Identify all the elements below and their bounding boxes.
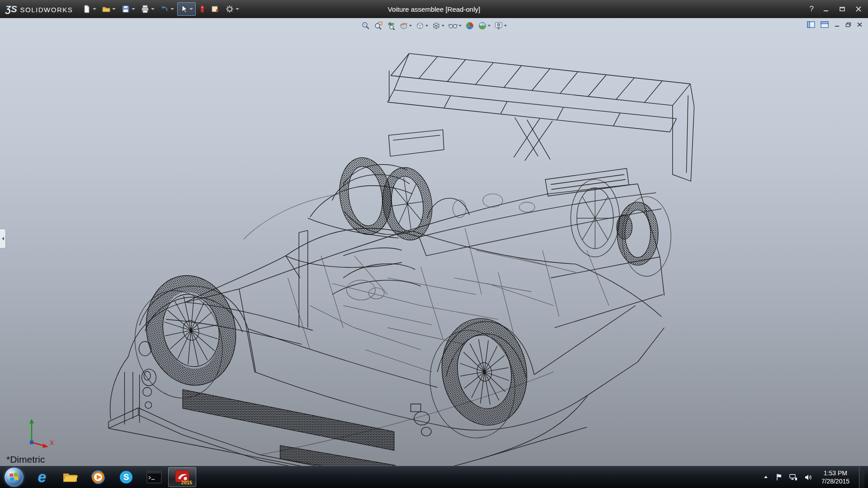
apply-scene-button[interactable] xyxy=(477,20,491,31)
taskbar-item-media-player[interactable] xyxy=(84,466,112,488)
view-settings-button[interactable] xyxy=(493,20,508,31)
internet-explorer-icon: e xyxy=(38,469,46,486)
solidworks-version-badge: 2015 xyxy=(181,480,192,485)
chevron-down-icon xyxy=(459,25,462,27)
windows-taskbar: e S xyxy=(0,466,868,488)
section-view-icon xyxy=(399,21,408,30)
windows-explorer-icon xyxy=(62,470,78,484)
new-document-icon xyxy=(82,5,91,14)
select-cursor-button[interactable] xyxy=(177,2,196,16)
zoom-to-area-icon xyxy=(374,21,383,30)
rebuild-icon xyxy=(199,5,205,14)
chevron-down-icon xyxy=(170,8,174,10)
skype-s-glyph: S xyxy=(123,472,129,482)
show-feature-pane-icon[interactable] xyxy=(807,21,815,28)
hide-show-items-icon xyxy=(448,21,458,30)
section-view-button[interactable] xyxy=(398,20,413,31)
chevron-down-icon xyxy=(132,8,135,10)
solidworks-window: ƷS SOLIDWORKS xyxy=(0,0,868,488)
zoom-to-area-button[interactable] xyxy=(373,20,384,31)
taskbar-clock[interactable]: 1:53 PM 7/28/2015 xyxy=(819,469,852,485)
display-style-button[interactable] xyxy=(431,20,445,31)
view-orientation-button[interactable] xyxy=(415,20,429,31)
chevron-down-icon xyxy=(488,25,491,27)
options-gear-icon xyxy=(225,5,234,14)
display-style-icon xyxy=(432,21,441,30)
undo-icon xyxy=(160,5,169,14)
volume-icon[interactable] xyxy=(804,474,812,481)
document-minimize-button[interactable] xyxy=(834,22,840,27)
clock-date: 7/28/2015 xyxy=(821,477,849,485)
chevron-down-icon xyxy=(409,25,412,27)
close-button[interactable] xyxy=(855,6,862,12)
chevron-down-icon xyxy=(189,8,193,10)
minimize-button[interactable] xyxy=(823,6,829,12)
zoom-to-fit-icon xyxy=(361,21,370,30)
zoom-to-fit-button[interactable] xyxy=(360,20,371,31)
dassault-logo-icon: ƷS xyxy=(5,4,17,14)
taskbar-item-command-prompt[interactable] xyxy=(140,466,168,488)
chevron-down-icon xyxy=(504,25,507,27)
start-button[interactable] xyxy=(0,466,28,488)
chevron-down-icon xyxy=(93,8,96,10)
taskbar-item-internet-explorer[interactable]: e xyxy=(28,466,56,488)
file-properties-icon xyxy=(211,5,220,14)
window-controls xyxy=(823,6,862,12)
file-properties-button[interactable] xyxy=(208,2,222,16)
view-orientation-label: *Dimetric xyxy=(6,454,45,465)
view-orientation-cube-icon xyxy=(415,21,425,30)
document-close-button[interactable] xyxy=(857,22,863,27)
command-prompt-icon xyxy=(146,471,162,483)
view-settings-icon xyxy=(494,21,503,30)
apply-scene-icon xyxy=(478,21,487,30)
window-title: Voiture assemblee [Read-only] xyxy=(388,5,480,13)
previous-view-icon xyxy=(387,21,396,30)
taskbar-item-skype[interactable]: S xyxy=(112,466,140,488)
windows-start-orb-icon xyxy=(5,468,24,487)
document-restore-button[interactable] xyxy=(845,22,851,27)
help-button[interactable]: ? xyxy=(810,5,814,14)
options-button[interactable] xyxy=(223,2,241,16)
previous-view-button[interactable] xyxy=(386,20,396,31)
open-button[interactable] xyxy=(99,2,118,16)
main-toolbar xyxy=(80,2,241,16)
title-bar: ƷS SOLIDWORKS xyxy=(0,0,868,18)
chevron-down-icon xyxy=(425,25,428,27)
network-icon[interactable] xyxy=(789,474,797,481)
edit-appearance-button[interactable] xyxy=(464,20,475,31)
chevron-down-icon xyxy=(151,8,155,10)
solidworks-brand: ƷS SOLIDWORKS xyxy=(0,4,80,14)
brand-name: SOLIDWORKS xyxy=(20,6,73,14)
title-right-controls: ? xyxy=(810,5,868,14)
save-icon xyxy=(121,5,130,14)
rebuild-button[interactable] xyxy=(197,2,208,16)
edit-appearance-icon xyxy=(465,21,474,30)
heads-up-view-toolbar xyxy=(360,20,508,31)
show-display-pane-icon[interactable] xyxy=(821,21,829,28)
print-icon xyxy=(141,5,150,14)
show-desktop-button[interactable] xyxy=(859,466,864,488)
taskbar-item-solidworks-2015[interactable]: 2015 xyxy=(168,467,196,487)
chevron-down-icon xyxy=(112,8,116,10)
maximize-button[interactable] xyxy=(839,6,845,12)
clock-time: 1:53 PM xyxy=(824,469,847,477)
reference-triad: X xyxy=(14,415,54,450)
select-cursor-icon xyxy=(180,5,188,14)
action-center-flag-icon[interactable] xyxy=(776,474,783,481)
undo-button[interactable] xyxy=(158,2,176,16)
taskbar-item-windows-explorer[interactable] xyxy=(56,466,84,488)
triad-x-label: X xyxy=(50,439,54,446)
wireframe-race-car-model[interactable] xyxy=(0,18,868,466)
new-document-button[interactable] xyxy=(80,2,99,16)
hide-show-items-button[interactable] xyxy=(447,20,462,31)
system-tray: 1:53 PM 7/28/2015 xyxy=(763,466,868,488)
show-hidden-icons-button[interactable] xyxy=(763,474,769,480)
save-button[interactable] xyxy=(119,2,137,16)
chevron-down-icon xyxy=(236,8,239,10)
open-folder-icon xyxy=(102,5,111,14)
windows-flag-icon xyxy=(9,472,19,482)
chevron-left-icon xyxy=(2,237,4,240)
graphics-viewport[interactable]: X *Dimetric xyxy=(0,18,868,466)
feature-manager-collapse-tab[interactable] xyxy=(0,229,6,249)
print-button[interactable] xyxy=(138,2,157,16)
